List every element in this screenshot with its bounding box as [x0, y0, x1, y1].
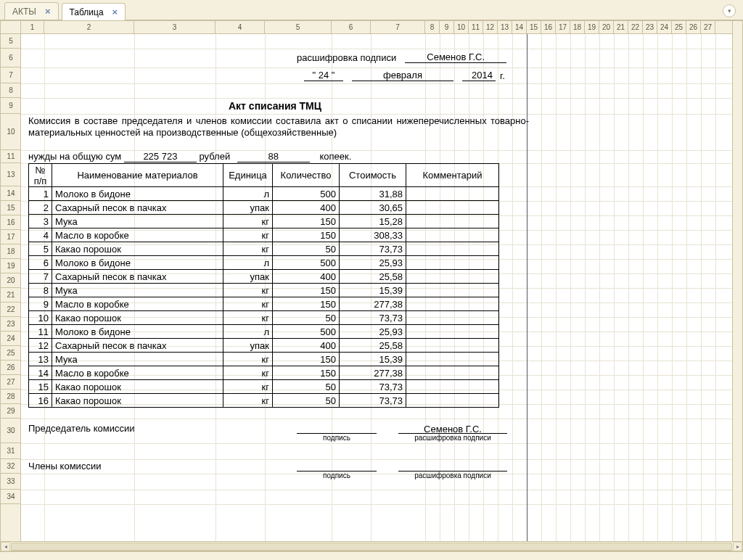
cell-name[interactable]: Какао порошок [52, 242, 223, 256]
table-row[interactable]: 9Масло в коробкекг150277,38 [29, 297, 499, 311]
cell-pp[interactable]: 14 [29, 366, 52, 380]
table-row[interactable]: 3Мукакг15015,28 [29, 215, 499, 228]
cell-comment[interactable] [406, 339, 499, 353]
column-header[interactable]: 23 [643, 21, 657, 34]
row-header[interactable]: 34 [1, 490, 21, 504]
cell-unit[interactable]: кг [223, 353, 273, 366]
cell-cost[interactable]: 15,28 [340, 215, 406, 228]
cell-pp[interactable]: 13 [29, 353, 52, 366]
cell-name[interactable]: Какао порошок [52, 311, 223, 325]
column-header[interactable]: 2 [44, 21, 134, 34]
cell-qty[interactable]: 150 [273, 228, 340, 242]
cell-cost[interactable]: 15,39 [340, 353, 406, 366]
column-header[interactable]: 4 [215, 21, 265, 34]
row-header[interactable]: 20 [1, 273, 21, 288]
column-header[interactable]: 19 [585, 21, 599, 34]
scroll-left-icon[interactable]: ◂ [1, 542, 10, 551]
cell-unit[interactable]: кг [223, 215, 273, 228]
cell-comment[interactable] [406, 325, 499, 339]
cell-unit[interactable]: кг [223, 242, 273, 256]
cell-name[interactable]: Какао порошок [52, 380, 223, 394]
column-header[interactable]: 15 [527, 21, 541, 34]
cell-pp[interactable]: 10 [29, 311, 52, 325]
cell-comment[interactable] [406, 380, 499, 394]
table-row[interactable]: 4Масло в коробкекг150308,33 [29, 228, 499, 242]
table-row[interactable]: 13Мукакг15015,39 [29, 353, 499, 366]
column-header[interactable]: 8 [425, 21, 440, 34]
table-row[interactable]: 11Молоко в бидонел50025,93 [29, 325, 499, 339]
column-header[interactable]: 25 [672, 21, 686, 34]
row-header[interactable]: 33 [1, 474, 21, 490]
cell-qty[interactable]: 150 [273, 284, 340, 297]
close-icon[interactable]: × [45, 6, 51, 17]
cell-unit[interactable]: кг [223, 380, 273, 394]
row-header[interactable]: 15 [1, 201, 21, 215]
cell-unit[interactable]: упак [223, 339, 273, 353]
row-header[interactable]: 8 [1, 83, 21, 98]
cell-cost[interactable]: 277,38 [340, 297, 406, 311]
cell-cost[interactable]: 30,65 [340, 201, 406, 215]
row-header[interactable]: 14 [1, 186, 21, 201]
cell-pp[interactable]: 1 [29, 187, 52, 201]
row-header[interactable]: 27 [1, 375, 21, 390]
cell-comment[interactable] [406, 311, 499, 325]
cell-cost[interactable]: 277,38 [340, 366, 406, 380]
column-header[interactable]: 26 [686, 21, 701, 34]
cell-qty[interactable]: 150 [273, 353, 340, 366]
row-header[interactable]: 29 [1, 404, 21, 419]
column-header[interactable]: 21 [614, 21, 628, 34]
row-header[interactable]: 24 [1, 332, 21, 346]
cell-name[interactable]: Сахарный песок в пачках [52, 201, 223, 215]
row-header[interactable]: 10 [1, 114, 21, 150]
row-header[interactable]: 25 [1, 346, 21, 361]
row-header[interactable]: 21 [1, 288, 21, 302]
cell-unit[interactable]: кг [223, 311, 273, 325]
cell-name[interactable]: Сахарный песок в пачках [52, 270, 223, 284]
cell-qty[interactable]: 400 [273, 270, 340, 284]
table-row[interactable]: 5Какао порошоккг5073,73 [29, 242, 499, 256]
cell-pp[interactable]: 16 [29, 394, 52, 408]
cell-cost[interactable]: 25,58 [340, 270, 406, 284]
table-row[interactable]: 12Сахарный песок в пачкахупак40025,58 [29, 339, 499, 353]
column-header[interactable]: 7 [371, 21, 425, 34]
cell-comment[interactable] [406, 187, 499, 201]
row-header[interactable]: 16 [1, 215, 21, 230]
sheet-corner[interactable] [1, 21, 21, 34]
cell-name[interactable]: Масло в коробке [52, 297, 223, 311]
vertical-scrollbar[interactable] [732, 21, 742, 541]
cell-unit[interactable]: кг [223, 394, 273, 408]
column-header[interactable]: 27 [701, 21, 715, 34]
cell-name[interactable]: Какао порошок [52, 394, 223, 408]
row-header[interactable]: 5 [1, 34, 21, 49]
cell-pp[interactable]: 5 [29, 242, 52, 256]
cell-qty[interactable]: 500 [273, 325, 340, 339]
cell-comment[interactable] [406, 242, 499, 256]
column-header[interactable]: 18 [570, 21, 585, 34]
cell-name[interactable]: Молоко в бидоне [52, 325, 223, 339]
cell-name[interactable]: Мука [52, 353, 223, 366]
tab-tablica[interactable]: Таблица × [62, 3, 126, 20]
chevron-down-icon[interactable]: ▾ [723, 4, 736, 17]
row-header[interactable]: 26 [1, 361, 21, 375]
row-header[interactable]: 23 [1, 317, 21, 332]
table-row[interactable]: 8Мукакг15015,39 [29, 284, 499, 297]
row-header[interactable]: 13 [1, 163, 21, 186]
cell-unit[interactable]: упак [223, 270, 273, 284]
cell-unit[interactable]: л [223, 187, 273, 201]
column-header[interactable]: 10 [454, 21, 469, 34]
cell-comment[interactable] [406, 270, 499, 284]
table-row[interactable]: 1Молоко в бидонел50031,88 [29, 187, 499, 201]
cell-pp[interactable]: 9 [29, 297, 52, 311]
column-header[interactable]: 12 [483, 21, 498, 34]
column-header[interactable]: 1 [21, 21, 44, 34]
row-header[interactable]: 30 [1, 419, 21, 443]
cell-comment[interactable] [406, 201, 499, 215]
column-header[interactable]: 16 [541, 21, 556, 34]
horizontal-scrollbar[interactable]: ◂ ▸ [1, 541, 742, 551]
cell-comment[interactable] [406, 284, 499, 297]
row-header[interactable]: 7 [1, 67, 21, 83]
row-header[interactable]: 19 [1, 259, 21, 273]
column-header[interactable]: 14 [512, 21, 527, 34]
column-header[interactable]: 17 [556, 21, 570, 34]
cell-name[interactable]: Мука [52, 215, 223, 228]
